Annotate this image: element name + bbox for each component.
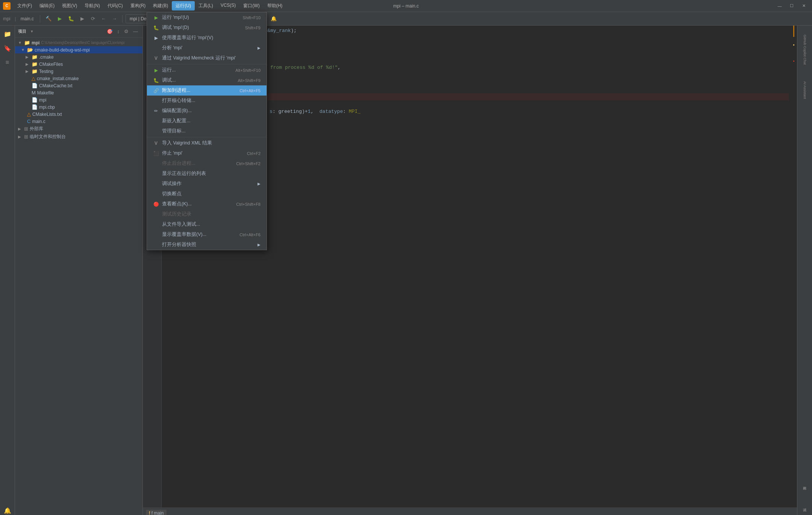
debug-mpi-shortcut: Shift+F9	[236, 26, 261, 30]
menu-debug-mpi[interactable]: 🐛 调试 'mpi'(D) Shift+F9	[147, 23, 267, 33]
run-menu: ▶ 运行 'mpi'(U) Shift+F10 🐛 调试 'mpi'(D) Sh…	[147, 12, 267, 250]
menu-debug-more-label: 调试...	[162, 77, 176, 84]
run-more-icon: ▶	[153, 68, 159, 73]
menu-analyze[interactable]: 分析 'mpi' ▶	[147, 43, 267, 53]
menu-stop-mpi[interactable]: ⬛ 停止 'mpi' Ctrl+F2	[147, 148, 267, 158]
menu-new-embedded[interactable]: 新嵌入配置...	[147, 116, 267, 126]
menu-show-running[interactable]: 显示正在运行的列表	[147, 169, 267, 179]
menu-stop-background: 停止后台进程... Ctrl+Shift+F2	[147, 158, 267, 169]
menu-view-breakpoints[interactable]: 🔴 查看断点(K)... Ctrl+Shift+F8	[147, 199, 267, 209]
run-mpi-shortcut: Shift+F10	[234, 15, 261, 20]
menu-attach-label: 附加到进程...	[162, 87, 190, 94]
menu-manage-targets[interactable]: 管理目标...	[147, 126, 267, 136]
separator-1	[147, 64, 267, 64]
stop-icon: ⬛	[153, 151, 159, 156]
menu-test-history-label: 测试历史记录	[162, 211, 191, 217]
menu-import-tests-label: 从文件导入测试...	[162, 221, 200, 228]
debug-more-shortcut: Alt+Shift+F9	[229, 78, 261, 83]
menu-debug-actions-label: 调试操作	[162, 181, 182, 187]
valgrind-icon: V	[153, 56, 159, 61]
stop-bg-shortcut: Ctrl+Shift+F2	[227, 161, 261, 166]
menu-test-history: 测试历史记录	[147, 209, 267, 219]
stop-shortcut: Ctrl+F2	[238, 151, 261, 156]
menu-debug-more[interactable]: 🐛 调试... Alt+Shift+F9	[147, 75, 267, 85]
menu-stop-label: 停止 'mpi'	[162, 150, 182, 156]
edit-config-icon: ✏	[153, 108, 159, 114]
menu-run-mpi[interactable]: ▶ 运行 'mpi'(U) Shift+F10	[147, 12, 267, 23]
debug-actions-arrow: ▶	[258, 182, 261, 186]
menu-valgrind-label: 通过 Valgrind Memcheck 运行 'mpi'	[162, 55, 236, 61]
coverage-icon: ▶	[153, 35, 159, 41]
menu-import-tests[interactable]: 从文件导入测试...	[147, 219, 267, 229]
menu-manage-targets-label: 管理目标...	[162, 128, 185, 134]
menu-import-valgrind[interactable]: V 导入 Valgrind XML 结果	[147, 138, 267, 148]
profiler-arrow: ▶	[258, 243, 261, 247]
menu-show-running-label: 显示正在运行的列表	[162, 170, 206, 177]
run-more-shortcut: Alt+Shift+F10	[226, 68, 261, 73]
menu-run-mpi-label: 运行 'mpi'(U)	[162, 14, 189, 21]
view-bp-icon: 🔴	[153, 202, 159, 207]
analyze-submenu-arrow: ▶	[258, 46, 261, 50]
view-bp-shortcut: Ctrl+Shift+F8	[227, 202, 261, 207]
menu-open-profiler-label: 打开分析器快照	[162, 242, 196, 248]
menu-debug-mpi-label: 调试 'mpi'(D)	[162, 24, 189, 31]
menu-show-coverage[interactable]: 显示覆盖率数据(V)... Ctrl+Alt+F6	[147, 229, 267, 240]
menu-show-coverage-label: 显示覆盖率数据(V)...	[162, 231, 206, 238]
menu-toggle-bp-label: 切换断点	[162, 191, 182, 197]
run-icon: ▶	[153, 15, 159, 20]
menu-run-more-label: 运行...	[162, 67, 176, 73]
menu-core-dump-label: 打开核心转储...	[162, 97, 195, 104]
dropdown-overlay: ▶ 运行 'mpi'(U) Shift+F10 🐛 调试 'mpi'(D) Sh…	[0, 0, 812, 515]
show-coverage-shortcut: Ctrl+Alt+F6	[230, 232, 261, 237]
menu-view-bp-label: 查看断点(K)...	[162, 201, 192, 207]
menu-attach-process[interactable]: 🔗 附加到进程... Ctrl+Alt+F5	[147, 85, 267, 96]
menu-new-embedded-label: 新嵌入配置...	[162, 118, 190, 124]
menu-edit-config[interactable]: ✏ 编辑配置(B)...	[147, 106, 267, 116]
attach-icon: 🔗	[153, 88, 159, 93]
import-valgrind-icon: V	[153, 141, 159, 146]
menu-coverage-run-label: 使用覆盖率运行 'mpi'(V)	[162, 35, 213, 41]
menu-valgrind[interactable]: V 通过 Valgrind Memcheck 运行 'mpi'	[147, 53, 267, 63]
menu-debug-actions[interactable]: 调试操作 ▶	[147, 179, 267, 189]
menu-coverage-run[interactable]: ▶ 使用覆盖率运行 'mpi'(V)	[147, 33, 267, 43]
menu-run-more[interactable]: ▶ 运行... Alt+Shift+F10	[147, 65, 267, 75]
debug-more-icon: 🐛	[153, 78, 159, 83]
menu-open-core-dump[interactable]: 打开核心转储...	[147, 96, 267, 106]
attach-shortcut: Ctrl+Alt+F5	[230, 88, 261, 93]
separator-2	[147, 137, 267, 137]
menu-edit-config-label: 编辑配置(B)...	[162, 108, 192, 114]
menu-import-valgrind-label: 导入 Valgrind XML 结果	[162, 140, 212, 146]
menu-open-profiler[interactable]: 打开分析器快照 ▶	[147, 240, 267, 250]
debug-icon: 🐛	[153, 25, 159, 30]
menu-toggle-breakpoint[interactable]: 切换断点	[147, 189, 267, 199]
menu-stop-background-label: 停止后台进程...	[162, 160, 195, 167]
menu-analyze-label: 分析 'mpi'	[162, 45, 182, 51]
